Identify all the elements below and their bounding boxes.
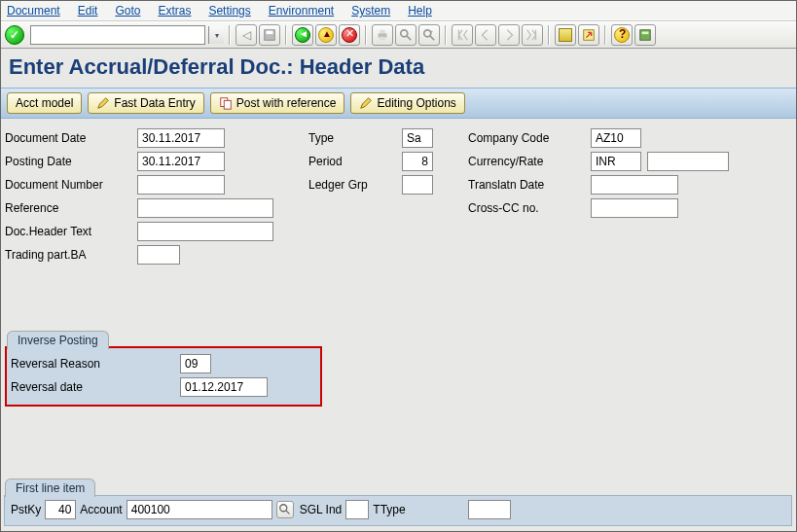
command-history-dropdown[interactable]: ▾	[208, 26, 224, 44]
menu-environment[interactable]: Environment	[269, 4, 334, 18]
print-icon[interactable]	[372, 24, 393, 46]
fast-data-entry-button[interactable]: Fast Data Entry	[88, 92, 203, 114]
cross-cc-field[interactable]	[591, 198, 678, 218]
translatn-date-field[interactable]	[591, 175, 678, 195]
document-date-label: Document Date	[5, 131, 131, 145]
pencil-icon	[96, 96, 110, 110]
doc-header-text-field[interactable]	[137, 222, 273, 241]
pstky-field[interactable]	[45, 500, 76, 519]
find-icon[interactable]	[395, 24, 417, 46]
back-button[interactable]: ◄	[292, 24, 313, 46]
svg-point-15	[279, 505, 286, 512]
period-label: Period	[308, 155, 396, 168]
fast-data-entry-label: Fast Data Entry	[114, 96, 195, 110]
rate-field[interactable]	[647, 152, 729, 171]
reversal-date-field[interactable]	[180, 377, 268, 397]
pstky-label: PstKy	[11, 503, 41, 516]
svg-rect-11	[640, 30, 651, 41]
back-icon[interactable]: ◁	[235, 24, 257, 46]
currency-rate-label: Currency/Rate	[468, 155, 585, 168]
toolbar-separator	[445, 25, 447, 45]
account-label: Account	[80, 503, 122, 516]
ttype-field[interactable]	[468, 500, 511, 519]
posting-date-field[interactable]	[137, 152, 225, 171]
translatn-date-label: Translatn Date	[468, 178, 585, 192]
toolbar-separator	[604, 25, 606, 45]
cross-cc-label: Cross-CC no.	[468, 201, 585, 215]
document-date-field[interactable]	[137, 128, 225, 148]
customize-layout-icon[interactable]	[634, 24, 656, 46]
menu-settings[interactable]: Settings	[208, 4, 250, 18]
ledger-grp-label: Ledger Grp	[308, 178, 396, 192]
first-line-item-title: First line item	[5, 479, 95, 497]
trading-part-ba-label: Trading part.BA	[5, 248, 131, 262]
svg-line-8	[430, 36, 434, 40]
menu-help[interactable]: Help	[408, 4, 432, 18]
enter-icon[interactable]: ✓	[5, 25, 24, 45]
reversal-date-label: Reversal date	[11, 380, 174, 394]
menu-edit[interactable]: Edit	[78, 4, 98, 18]
document-number-field[interactable]	[137, 175, 225, 195]
first-page-icon[interactable]	[452, 24, 473, 46]
reference-label: Reference	[5, 201, 131, 215]
reference-field[interactable]	[137, 198, 273, 218]
toolbar-separator	[548, 25, 550, 45]
account-field[interactable]	[127, 500, 272, 519]
reversal-reason-label: Reversal Reason	[11, 357, 174, 371]
post-with-reference-button[interactable]: Post with reference	[210, 92, 345, 114]
toolbar-separator	[365, 25, 367, 45]
svg-rect-12	[642, 32, 649, 35]
sgl-ind-label: SGL Ind	[300, 503, 343, 516]
svg-line-16	[286, 511, 290, 514]
standard-toolbar: ✓ ▾ ◁ ◄ ▲ ✕ + ?	[1, 21, 796, 49]
editing-options-button[interactable]: Editing Options	[350, 92, 464, 114]
exit-button[interactable]: ▲	[315, 24, 337, 46]
menu-document[interactable]: Document	[7, 4, 60, 18]
find-next-icon[interactable]: +	[418, 24, 440, 46]
reversal-reason-field[interactable]	[180, 354, 211, 373]
command-field[interactable]	[30, 25, 205, 45]
header-form: Document Date Posting Date Document Numb…	[1, 119, 796, 268]
menu-goto[interactable]: Goto	[115, 4, 140, 18]
svg-rect-3	[380, 30, 384, 34]
editing-options-label: Editing Options	[377, 96, 455, 110]
inverse-posting-title: Inverse Posting	[7, 331, 109, 349]
ledger-grp-field[interactable]	[402, 175, 433, 195]
type-label: Type	[308, 131, 396, 145]
acct-model-button[interactable]: Acct model	[7, 92, 82, 114]
menubar: Document Edit Goto Extras Settings Envir…	[1, 1, 796, 21]
svg-rect-1	[267, 31, 273, 35]
cancel-button[interactable]: ✕	[339, 24, 360, 46]
currency-field[interactable]	[591, 152, 641, 171]
prev-page-icon[interactable]	[475, 24, 496, 46]
doc-header-text-label: Doc.Header Text	[5, 225, 131, 238]
toolbar-separator	[285, 25, 287, 45]
type-field[interactable]	[402, 128, 433, 148]
inverse-posting-group: Inverse Posting Reversal Reason Reversal…	[5, 346, 322, 407]
next-page-icon[interactable]	[498, 24, 520, 46]
acct-model-label: Acct model	[16, 96, 73, 110]
ttype-label: TType	[373, 503, 405, 516]
menu-extras[interactable]: Extras	[158, 4, 191, 18]
svg-rect-4	[380, 37, 384, 41]
last-page-icon[interactable]	[522, 24, 543, 46]
menu-system[interactable]: System	[351, 4, 390, 18]
page-title: Enter Accrual/Deferral Doc.: Header Data	[1, 49, 796, 88]
post-with-reference-label: Post with reference	[236, 96, 337, 110]
application-toolbar: Acct model Fast Data Entry Post with ref…	[1, 88, 796, 119]
company-code-label: Company Code	[468, 131, 585, 145]
help-icon[interactable]: ?	[611, 24, 633, 46]
svg-point-5	[401, 30, 408, 37]
account-search-help-icon[interactable]	[276, 501, 294, 518]
svg-line-6	[407, 36, 411, 40]
period-field[interactable]	[402, 152, 433, 171]
pencil-icon	[359, 96, 373, 110]
sgl-ind-field[interactable]	[345, 500, 369, 519]
copy-icon	[219, 96, 233, 110]
first-line-item-group: First line item PstKy Account SGL Ind TT…	[4, 495, 792, 526]
save-icon[interactable]	[259, 24, 280, 46]
create-session-icon[interactable]	[555, 24, 576, 46]
trading-part-ba-field[interactable]	[137, 245, 180, 265]
generate-shortcut-icon[interactable]	[578, 24, 599, 46]
company-code-field[interactable]	[591, 128, 641, 148]
